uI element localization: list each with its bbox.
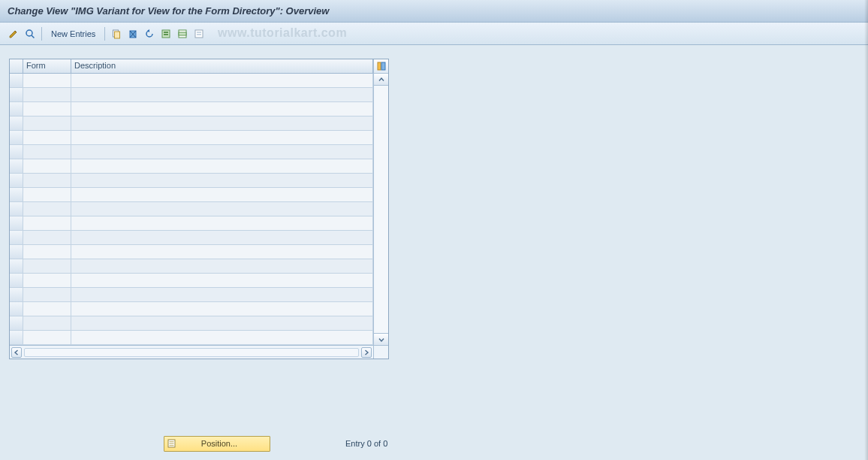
copy-icon[interactable]: [109, 26, 124, 41]
table-control: Form Description: [9, 59, 389, 359]
horizontal-scrollbar: [10, 345, 373, 359]
table-header: Form Description: [10, 59, 373, 74]
toolbar-separator: [104, 27, 105, 41]
table-row: [10, 216, 373, 231]
cell-description[interactable]: [71, 174, 373, 188]
table-row: [10, 74, 373, 88]
row-selector[interactable]: [10, 274, 23, 288]
table-row: [10, 331, 373, 345]
table-row: [10, 88, 373, 102]
cell-form[interactable]: [23, 288, 71, 302]
row-selector[interactable]: [10, 131, 23, 145]
cell-description[interactable]: [71, 231, 373, 245]
cell-description[interactable]: [71, 216, 373, 231]
row-selector[interactable]: [10, 88, 23, 102]
position-button[interactable]: Position...: [164, 436, 270, 452]
row-selector[interactable]: [10, 331, 23, 345]
new-entries-button[interactable]: New Entries: [46, 27, 101, 41]
row-selector[interactable]: [10, 245, 23, 259]
row-selector[interactable]: [10, 202, 23, 216]
cell-form[interactable]: [23, 102, 71, 117]
cell-form[interactable]: [23, 231, 71, 245]
table-row: [10, 102, 373, 117]
cell-form[interactable]: [23, 331, 71, 345]
cell-form[interactable]: [23, 145, 71, 159]
cell-description[interactable]: [71, 188, 373, 202]
cell-description[interactable]: [71, 102, 373, 117]
cell-description[interactable]: [71, 316, 373, 331]
row-selector[interactable]: [10, 159, 23, 174]
svg-rect-11: [179, 32, 186, 35]
table-row: [10, 316, 373, 331]
cell-form[interactable]: [23, 188, 71, 202]
cell-description[interactable]: [71, 245, 373, 259]
column-header-description[interactable]: Description: [71, 59, 373, 73]
column-header-form[interactable]: Form: [23, 59, 71, 73]
table-row: [10, 117, 373, 131]
row-selector[interactable]: [10, 188, 23, 202]
cell-description[interactable]: [71, 88, 373, 102]
cell-description[interactable]: [71, 288, 373, 302]
table-row: [10, 188, 373, 202]
row-selector[interactable]: [10, 259, 23, 274]
scroll-left-icon[interactable]: [11, 347, 22, 358]
cell-description[interactable]: [71, 131, 373, 145]
cell-description[interactable]: [71, 74, 373, 88]
cell-form[interactable]: [23, 316, 71, 331]
row-selector[interactable]: [10, 231, 23, 245]
position-button-label: Position...: [179, 439, 270, 448]
svg-rect-8: [164, 32, 168, 33]
toggle-change-icon[interactable]: [6, 26, 21, 41]
svg-rect-15: [378, 62, 381, 70]
table-settings-icon[interactable]: [374, 59, 388, 74]
row-selector[interactable]: [10, 117, 23, 131]
cell-description[interactable]: [71, 117, 373, 131]
row-selector[interactable]: [10, 174, 23, 188]
deselect-all-icon[interactable]: [191, 26, 206, 41]
row-selector[interactable]: [10, 145, 23, 159]
cell-form[interactable]: [23, 216, 71, 231]
row-selector[interactable]: [10, 102, 23, 117]
cell-description[interactable]: [71, 259, 373, 274]
position-icon: [164, 438, 179, 449]
table-row: [10, 302, 373, 316]
cell-form[interactable]: [23, 74, 71, 88]
cell-description[interactable]: [71, 145, 373, 159]
details-icon[interactable]: [23, 26, 38, 41]
select-all-icon[interactable]: [158, 26, 173, 41]
scroll-down-icon[interactable]: [374, 333, 388, 345]
cell-description[interactable]: [71, 202, 373, 216]
cell-form[interactable]: [23, 259, 71, 274]
cell-form[interactable]: [23, 202, 71, 216]
delete-icon[interactable]: [125, 26, 140, 41]
cell-form[interactable]: [23, 88, 71, 102]
cell-description[interactable]: [71, 302, 373, 316]
svg-rect-13: [197, 32, 201, 33]
select-all-corner[interactable]: [10, 59, 23, 73]
cell-form[interactable]: [23, 245, 71, 259]
cell-form[interactable]: [23, 159, 71, 174]
row-selector[interactable]: [10, 302, 23, 316]
cell-form[interactable]: [23, 174, 71, 188]
select-block-icon[interactable]: [175, 26, 190, 41]
vscroll-track[interactable]: [374, 86, 388, 333]
cell-description[interactable]: [71, 274, 373, 288]
cell-form[interactable]: [23, 117, 71, 131]
row-selector[interactable]: [10, 316, 23, 331]
cell-form[interactable]: [23, 302, 71, 316]
cell-description[interactable]: [71, 159, 373, 174]
application-toolbar: New Entries www.tutorialkart.com: [0, 23, 868, 45]
cell-form[interactable]: [23, 274, 71, 288]
scroll-right-icon[interactable]: [361, 347, 372, 358]
cell-description[interactable]: [71, 331, 373, 345]
undo-icon[interactable]: [142, 26, 157, 41]
window-titlebar: Change View "IMG Variant for View for th…: [0, 0, 868, 23]
svg-rect-9: [164, 34, 168, 35]
table-row: [10, 159, 373, 174]
scroll-up-icon[interactable]: [374, 74, 388, 86]
row-selector[interactable]: [10, 74, 23, 88]
cell-form[interactable]: [23, 131, 71, 145]
row-selector[interactable]: [10, 216, 23, 231]
row-selector[interactable]: [10, 288, 23, 302]
hscroll-track[interactable]: [24, 348, 359, 357]
